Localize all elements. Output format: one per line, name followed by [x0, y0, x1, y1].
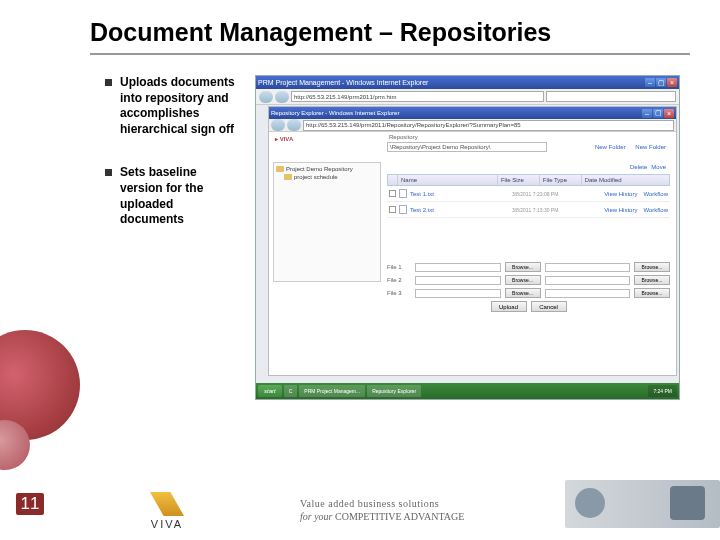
taskbar-item[interactable]: C: [284, 385, 298, 397]
bullet-item: Uploads documents into repository and ac…: [105, 75, 240, 137]
tagline-line2: for your COMPETITIVE ADVANTAGE: [300, 511, 464, 522]
file-name[interactable]: Test 1.txt: [410, 191, 512, 197]
col-name[interactable]: Name: [398, 175, 498, 185]
upload-input[interactable]: [415, 276, 501, 285]
browse-button[interactable]: Browse...: [634, 275, 670, 285]
col-size[interactable]: File Size: [498, 175, 540, 185]
file-date: 3/8/2011 7:23:08 PM: [512, 191, 598, 197]
back-icon[interactable]: [271, 119, 285, 131]
tree-root-item[interactable]: Project Demo Repository: [276, 165, 378, 173]
bullet-text: Sets baseline version for the uploaded d…: [120, 165, 240, 227]
close-icon[interactable]: ×: [667, 78, 677, 87]
minimize-icon[interactable]: –: [645, 78, 655, 87]
forward-icon[interactable]: [275, 91, 289, 103]
upload-label: File 1: [387, 264, 411, 270]
repository-app-body: ▸ VIVA Repository \Repository\Project De…: [269, 132, 676, 375]
title-underline: [90, 53, 690, 55]
repository-label: Repository: [389, 134, 418, 140]
bullet-text: Uploads documents into repository and ac…: [120, 75, 240, 137]
table-row[interactable]: Test 2.txt 3/8/2011 7:13:30 PM View Hist…: [387, 202, 670, 218]
file-icon: [399, 205, 407, 214]
upload-row: File 3 Browse... Browse...: [387, 288, 670, 298]
view-history-link[interactable]: View History: [604, 191, 637, 197]
bullet-list: Uploads documents into repository and ac…: [105, 75, 240, 256]
browse-button[interactable]: Browse...: [634, 288, 670, 298]
tree-root-label: Project Demo Repository: [286, 166, 353, 172]
file-date: 3/8/2011 7:13:30 PM: [512, 207, 598, 213]
move-link[interactable]: Move: [651, 164, 666, 170]
inner-url-field[interactable]: http://65.53.215.149/prm2011/Repository/…: [303, 120, 674, 131]
repository-path-field[interactable]: \Repository\Project Demo Repository\: [387, 142, 547, 152]
slide-footer: VIVA Value added business solutions for …: [0, 480, 720, 540]
upload-label: File 3: [387, 290, 411, 296]
col-date[interactable]: Date Modified: [582, 175, 669, 185]
new-folder-link-2[interactable]: New Folder: [635, 144, 666, 150]
outer-url-field[interactable]: http://65.53.215.149/prm2011/prm.htm: [291, 91, 544, 102]
taskbar-item[interactable]: PRM Project Managem...: [299, 385, 365, 397]
viva-logo-text: VIVA: [151, 518, 183, 530]
file-name[interactable]: Test 2.txt: [410, 207, 512, 213]
file-list-panel: Delete Move Name File Size File Type Dat…: [387, 162, 670, 218]
table-header: Name File Size File Type Date Modified: [387, 174, 670, 186]
outer-window-title: PRM Project Management - Windows Interne…: [258, 79, 428, 86]
close-icon[interactable]: ×: [664, 109, 674, 118]
file-table: Name File Size File Type Date Modified T…: [387, 174, 670, 218]
tagline-main: COMPETITIVE ADVANTAGE: [335, 511, 464, 522]
taskbar-item[interactable]: Repository Explorer: [367, 385, 421, 397]
slide-title: Document Management – Repositories: [90, 18, 551, 47]
browse-button[interactable]: Browse...: [505, 288, 541, 298]
workflow-link[interactable]: Workflow: [643, 207, 668, 213]
browse-button[interactable]: Browse...: [505, 275, 541, 285]
upload-input[interactable]: [545, 276, 631, 285]
upload-button[interactable]: Upload: [491, 301, 527, 312]
new-folder-link[interactable]: New Folder: [595, 144, 626, 150]
bullet-icon: [105, 79, 112, 86]
maximize-icon[interactable]: ▢: [656, 78, 666, 87]
outer-window-titlebar: PRM Project Management - Windows Interne…: [256, 76, 679, 89]
viva-logo: VIVA: [150, 492, 184, 530]
tagline-prefix: for your: [300, 511, 333, 522]
inner-window: Repository Explorer - Windows Internet E…: [268, 106, 677, 376]
upload-label: File 2: [387, 277, 411, 283]
tagline-line1: Value added business solutions: [300, 498, 464, 509]
upload-input[interactable]: [545, 289, 631, 298]
row-checkbox[interactable]: [389, 190, 396, 197]
row-checkbox[interactable]: [389, 206, 396, 213]
outer-address-bar: http://65.53.215.149/prm2011/prm.htm: [256, 89, 679, 105]
footer-tagline: Value added business solutions for your …: [300, 498, 464, 522]
view-history-link[interactable]: View History: [604, 207, 637, 213]
viva-logo-small: ▸ VIVA: [275, 135, 293, 142]
browse-button[interactable]: Browse...: [505, 262, 541, 272]
start-button[interactable]: start: [258, 385, 282, 397]
system-tray[interactable]: 7:24 PM: [648, 385, 677, 397]
table-row[interactable]: Test 1.txt 3/8/2011 7:23:08 PM View Hist…: [387, 186, 670, 202]
workflow-link[interactable]: Workflow: [643, 191, 668, 197]
file-icon: [399, 189, 407, 198]
tree-child-item[interactable]: project schedule: [276, 173, 378, 181]
embedded-screenshot: PRM Project Management - Windows Interne…: [255, 75, 680, 400]
inner-window-titlebar: Repository Explorer - Windows Internet E…: [269, 107, 676, 119]
upload-input[interactable]: [415, 289, 501, 298]
folder-icon: [276, 166, 284, 172]
cancel-button[interactable]: Cancel: [531, 301, 567, 312]
delete-link[interactable]: Delete: [630, 164, 647, 170]
upload-row: File 2 Browse... Browse...: [387, 275, 670, 285]
col-type[interactable]: File Type: [540, 175, 582, 185]
repo-action-links: New Folder New Folder: [587, 144, 666, 150]
maximize-icon[interactable]: ▢: [653, 109, 663, 118]
viva-logo-icon: [150, 492, 184, 516]
tree-child-label: project schedule: [294, 174, 338, 180]
upload-input[interactable]: [545, 263, 631, 272]
search-field[interactable]: [546, 91, 676, 102]
bullet-item: Sets baseline version for the uploaded d…: [105, 165, 240, 227]
bullet-icon: [105, 169, 112, 176]
folder-icon: [284, 174, 292, 180]
minimize-icon[interactable]: –: [642, 109, 652, 118]
upload-input[interactable]: [415, 263, 501, 272]
inner-address-bar: http://65.53.215.149/prm2011/Repository/…: [269, 119, 676, 132]
upload-panel: File 1 Browse... Browse... File 2 Browse…: [387, 262, 670, 312]
forward-icon[interactable]: [287, 119, 301, 131]
folder-tree[interactable]: Project Demo Repository project schedule: [273, 162, 381, 282]
browse-button[interactable]: Browse...: [634, 262, 670, 272]
back-icon[interactable]: [259, 91, 273, 103]
